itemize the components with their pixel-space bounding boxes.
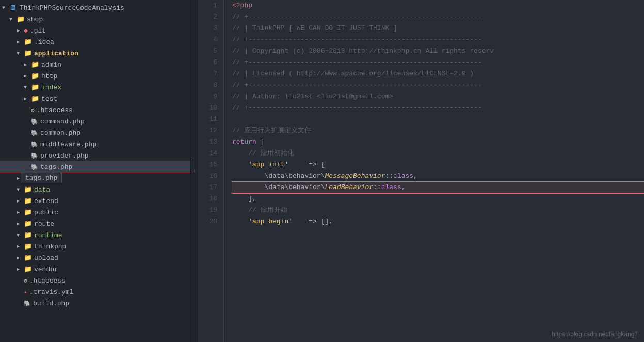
sidebar-item-data[interactable]: 📁 data xyxy=(0,184,190,195)
watermark: https://blog.csdn.net/fangkang7 xyxy=(552,331,638,338)
ln-11: 11 xyxy=(198,114,217,125)
code-line-7: // | Licensed ( http://www.apache.org/li… xyxy=(232,68,644,80)
ln-1: 1 xyxy=(198,0,217,11)
code-9: // | Author: liu21st <liu21st@gmail.com> xyxy=(232,91,393,102)
vendor-label: vendor xyxy=(34,266,58,273)
code-15-indent xyxy=(232,159,248,170)
http-label: http xyxy=(41,72,57,80)
sidebar-item-extend[interactable]: 📁 extend xyxy=(0,195,190,207)
sidebar-item-upload[interactable]: 📁 upload xyxy=(0,252,190,263)
code-17-indent: \data\behavior\ xyxy=(232,182,325,193)
ln-19: 19 xyxy=(198,205,217,216)
sidebar-item-index[interactable]: 📁 index xyxy=(0,82,190,93)
sidebar-item-public[interactable]: 📁 public xyxy=(0,207,190,218)
collapse-sidebar-button[interactable]: ‹ xyxy=(191,0,198,342)
index-label: index xyxy=(41,84,61,91)
sidebar-item-provider[interactable]: 🐘 provider.php xyxy=(0,150,190,161)
ln-18: 18 xyxy=(198,193,217,205)
shop-label: shop xyxy=(27,15,43,23)
line-numbers: 1 2 3 4 5 6 7 8 9 10 11 12 13 14 15 16 1… xyxy=(198,0,224,342)
sidebar-item-common[interactable]: 🐘 common.php xyxy=(0,127,190,138)
sidebar-item-build[interactable]: 🐘 build.php xyxy=(0,298,190,309)
sidebar-item-application[interactable]: 📁 application xyxy=(0,48,190,59)
code-20-arrow: => [], xyxy=(293,216,333,227)
code-editor: 1 2 3 4 5 6 7 8 9 10 11 12 13 14 15 16 1… xyxy=(198,0,644,342)
shop-folder-icon: 📁 xyxy=(17,15,25,23)
ext-icon: 📁 xyxy=(24,197,32,205)
prov-label: provider.php xyxy=(40,152,89,160)
ln-20: 20 xyxy=(198,216,217,227)
sidebar-item-vendor[interactable]: 📁 vendor xyxy=(0,263,190,275)
code-16-indent: \data\behavior\ xyxy=(232,170,325,182)
code-17-kw: class xyxy=(381,182,401,193)
code-line-16: \data\behavior\ MessageBehavior :: class… xyxy=(232,170,644,182)
code-line-6: // +------------------------------------… xyxy=(232,57,644,68)
code-20-indent xyxy=(232,216,248,227)
ln-3: 3 xyxy=(198,23,217,34)
app-folder-icon: 📁 xyxy=(24,49,32,57)
ln-14: 14 xyxy=(198,148,217,159)
code-line-3: // | ThinkPHP [ WE CAN DO IT JUST THINK … xyxy=(232,23,644,34)
index-icon: 📁 xyxy=(31,83,39,91)
ln-13: 13 xyxy=(198,136,217,148)
hta2-icon: ⚙ xyxy=(24,277,27,284)
pub-arrow xyxy=(17,209,24,215)
code-line-12: // 应用行为扩展定义文件 xyxy=(232,125,644,136)
file-tree[interactable]: 🖥 ThinkPHPSourceCodeAnalysis 📁 shop ◆ .g… xyxy=(0,0,191,342)
code-line-2: // +------------------------------------… xyxy=(232,11,644,23)
sidebar-item-runtime[interactable]: 📁 runtime xyxy=(0,229,190,241)
code-line-20: 'app_begin' => [], xyxy=(232,216,644,227)
tags-icon: 🐘 xyxy=(31,164,38,170)
pub-label: public xyxy=(34,209,58,216)
ext-label: extend xyxy=(34,197,58,205)
code-line-1: <?php xyxy=(232,0,644,11)
vendor-arrow xyxy=(17,266,24,272)
code-7: // | Licensed ( http://www.apache.org/li… xyxy=(232,68,474,80)
sidebar-item-thinkphp[interactable]: 📁 thinkphp xyxy=(0,241,190,252)
htaccess-icon: ⚙ xyxy=(31,107,35,114)
code-12: // 应用行为扩展定义文件 xyxy=(232,125,311,136)
git-icon: ◆ xyxy=(24,26,28,35)
upload-icon: 📁 xyxy=(24,254,32,262)
sidebar-item-tags[interactable]: 🐘 tags.php tags.php xyxy=(0,161,190,173)
test-label: test xyxy=(41,95,57,103)
sidebar-item-idea[interactable]: 📁 .idea xyxy=(0,36,190,48)
test-arrow xyxy=(24,96,31,102)
tp-arrow xyxy=(17,243,24,250)
sidebar-item-shop[interactable]: 📁 shop xyxy=(0,13,190,25)
code-line-14: // 应用初始化 xyxy=(232,148,644,159)
sidebar-item-admin[interactable]: 📁 admin xyxy=(0,59,190,70)
upload-arrow xyxy=(17,255,24,261)
test-icon: 📁 xyxy=(31,95,39,103)
code-line-11 xyxy=(232,114,644,125)
ln-4: 4 xyxy=(198,34,217,45)
build-icon: 🐘 xyxy=(24,300,31,307)
cmd-icon: 🐘 xyxy=(31,118,38,125)
code-line-10: // +------------------------------------… xyxy=(232,102,644,114)
idea-icon: 📁 xyxy=(24,38,32,46)
sidebar-item-route[interactable]: 📁 route xyxy=(0,218,190,229)
code-10: // +------------------------------------… xyxy=(232,102,482,114)
sidebar-item-test[interactable]: 📁 test xyxy=(0,93,190,104)
code-line-19: // 应用开始 xyxy=(232,205,644,216)
sidebar-item-travis[interactable]: ✦ .travis.yml xyxy=(0,286,190,298)
code-15-key: 'app_init' xyxy=(248,159,288,170)
ln-8: 8 xyxy=(198,80,217,91)
tree-root[interactable]: 🖥 ThinkPHPSourceCodeAnalysis xyxy=(0,2,190,13)
sidebar-item-htaccess-app[interactable]: ⚙ .htaccess xyxy=(0,104,190,116)
ln-12: 12 xyxy=(198,125,217,136)
code-line-4: // +------------------------------------… xyxy=(232,34,644,45)
ln-7: 7 xyxy=(198,68,217,80)
sidebar-item-command[interactable]: 🐘 command.php xyxy=(0,116,190,127)
sidebar-item-htaccess-root[interactable]: ⚙ .htaccess xyxy=(0,275,190,286)
root-label: ThinkPHPSourceCodeAnalysis xyxy=(20,4,124,12)
code-16-kw: class xyxy=(393,170,413,182)
sidebar-item-http[interactable]: 📁 http xyxy=(0,70,190,82)
index-arrow xyxy=(24,85,31,90)
code-20-key: 'app_begin' xyxy=(248,216,293,227)
sidebar-item-middleware[interactable]: 🐘 middleware.php xyxy=(0,138,190,150)
git-label: .git xyxy=(30,27,46,35)
common-icon: 🐘 xyxy=(31,130,38,136)
sidebar-item-git[interactable]: ◆ .git xyxy=(0,25,190,36)
code-17-comma: , xyxy=(401,182,406,193)
